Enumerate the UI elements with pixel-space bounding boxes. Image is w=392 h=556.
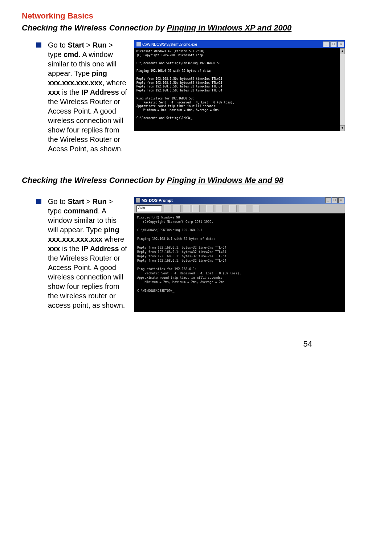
- page-number: 54: [22, 339, 327, 349]
- bullet-icon: [36, 42, 41, 48]
- close-button[interactable]: ×: [338, 41, 344, 47]
- subheading-underlined: Pinging in Windows Me and 98: [167, 176, 283, 185]
- scroll-up-button[interactable]: ▴: [340, 48, 345, 54]
- maximize-button[interactable]: □: [332, 197, 338, 203]
- section-xp-row: Go to Start > Run > type cmd. A window s…: [36, 40, 327, 154]
- bullet-icon: [36, 199, 41, 204]
- section-title: Networking Basics: [22, 11, 327, 21]
- instruction-paragraph-xp: Go to Start > Run > type cmd. A window s…: [48, 40, 128, 154]
- minimize-button[interactable]: _: [325, 197, 331, 203]
- minimize-button[interactable]: _: [323, 41, 330, 47]
- me-titlebar: MS-DOS Prompt _ □ ×: [134, 197, 345, 204]
- subheading-me: Checking the Wireless Connection by Ping…: [22, 175, 327, 186]
- cmd-output-xp: Microsoft Windows XP [Version 5.1.2600] …: [134, 48, 340, 131]
- scroll-down-button[interactable]: ▾: [340, 125, 345, 131]
- cmd-screenshot-me: MS-DOS Prompt _ □ × Auto Microsoft(R) Wi…: [134, 197, 345, 309]
- toolbar-button[interactable]: [173, 205, 181, 212]
- toolbar-button[interactable]: [183, 205, 190, 212]
- instruction-paragraph-me: Go to Start > Run > type command. A wind…: [48, 197, 128, 310]
- toolbar-button[interactable]: [229, 205, 237, 212]
- close-button[interactable]: ×: [338, 197, 344, 203]
- msdos-icon: [136, 198, 140, 203]
- toolbar-button[interactable]: [192, 205, 200, 212]
- subheading-xp: Checking the Wireless Connection by Ping…: [22, 23, 327, 33]
- cmd-output-me: Microsoft(R) Windows 98 (C)Copyright Mic…: [134, 213, 345, 312]
- me-window-title: MS-DOS Prompt: [142, 198, 173, 203]
- toolbar-button[interactable]: [164, 205, 171, 212]
- subheading-underlined: Pinging in Windows XP and 2000: [167, 23, 292, 32]
- section-me-row: Go to Start > Run > type command. A wind…: [36, 197, 327, 310]
- font-select[interactable]: Auto: [136, 205, 162, 212]
- xp-titlebar: C:\WINDOWS\System32\cmd.exe _ □ ×: [134, 40, 345, 48]
- cmd-screenshot-xp: C:\WINDOWS\System32\cmd.exe _ □ × Micros…: [134, 40, 345, 131]
- subheading-prefix: Checking the Wireless Connection by: [22, 23, 167, 32]
- me-toolbar: Auto: [134, 204, 345, 213]
- xp-window-title: C:\WINDOWS\System32\cmd.exe: [142, 42, 197, 47]
- scrollbar[interactable]: ▴ ▾: [340, 48, 345, 131]
- maximize-button[interactable]: □: [330, 41, 337, 47]
- toolbar-button[interactable]: [253, 205, 260, 212]
- cmd-icon: [136, 42, 141, 46]
- toolbar-button[interactable]: [206, 205, 213, 212]
- toolbar-button[interactable]: [239, 205, 246, 212]
- subheading-prefix: Checking the Wireless Connection by: [22, 176, 167, 185]
- toolbar-button[interactable]: [216, 205, 223, 212]
